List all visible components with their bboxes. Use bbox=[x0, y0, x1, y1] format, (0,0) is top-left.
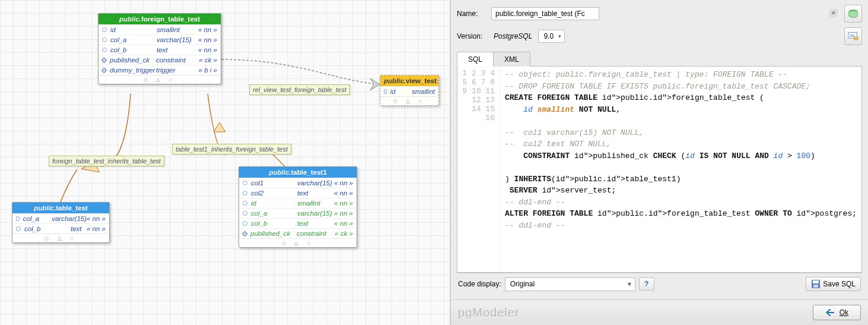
column-row[interactable]: col_avarchar(15)« nn » bbox=[98, 34, 221, 45]
tab-sql[interactable]: SQL bbox=[457, 52, 494, 67]
column-row[interactable]: col_btext« nn » bbox=[239, 218, 357, 228]
column-row[interactable]: published_ckconstraint« ck » bbox=[239, 228, 357, 238]
engine-name: PostgreSQL bbox=[491, 32, 538, 40]
table-view_test[interactable]: public.view_testidsmallint◇ △ ○ bbox=[380, 75, 439, 106]
column-bullet-icon bbox=[16, 216, 20, 221]
column-bullet-icon bbox=[102, 37, 107, 42]
column-row[interactable]: col1varchar(15)« nn » bbox=[239, 178, 357, 188]
sql-preview-icon-button[interactable]: SQL bbox=[844, 27, 862, 45]
column-bullet-icon bbox=[102, 27, 107, 32]
svg-rect-8 bbox=[813, 280, 819, 283]
relationship-label[interactable]: foreign_table_test_inherits_table_test bbox=[49, 156, 164, 166]
relationship-label[interactable]: table_test1_inherits_foreign_table_test bbox=[172, 144, 291, 154]
column-row[interactable]: idsmallint« nn » bbox=[239, 198, 357, 208]
name-input[interactable] bbox=[491, 7, 599, 20]
column-bullet-icon bbox=[16, 226, 21, 231]
column-bullet-icon bbox=[242, 231, 248, 236]
table-footer-icons: ◇ △ ○ bbox=[380, 96, 438, 105]
column-row[interactable]: dummy_triggertrigger« b i » bbox=[98, 65, 221, 75]
column-row[interactable]: idsmallint« nn » bbox=[98, 24, 221, 34]
column-bullet-icon bbox=[243, 221, 247, 226]
help-button[interactable]: ? bbox=[639, 277, 654, 291]
relationship-label[interactable]: rel_view_test_foreign_table_test bbox=[249, 84, 350, 95]
table-footer-icons: ◇ △ ○ bbox=[98, 75, 221, 84]
column-bullet-icon bbox=[101, 57, 107, 63]
column-row[interactable]: col_avarchar(15)« nn » bbox=[239, 208, 357, 218]
table-footer-icons: ◇ △ ○ bbox=[239, 238, 357, 247]
version-dropdown[interactable]: 9.0 bbox=[538, 30, 565, 43]
svg-text:SQL: SQL bbox=[850, 34, 856, 37]
column-bullet-icon bbox=[243, 191, 247, 195]
column-bullet-icon bbox=[243, 181, 247, 185]
column-bullet-icon bbox=[243, 201, 247, 206]
code-viewer[interactable]: 1 2 3 4 5 6 7 8 9 10 11 12 13 14 15 16 -… bbox=[457, 67, 862, 273]
diagram-canvas[interactable]: public.foreign_table_testidsmallint« nn … bbox=[0, 0, 450, 325]
table-header[interactable]: public.view_test bbox=[380, 75, 438, 86]
footer-bar: pgModeler Ok bbox=[451, 299, 868, 325]
object-icon-button[interactable] bbox=[844, 5, 862, 23]
svg-point-6 bbox=[854, 37, 859, 40]
table-header[interactable]: public.table_test bbox=[12, 203, 109, 213]
brand-logo: pgModeler bbox=[458, 306, 520, 320]
save-sql-button[interactable]: Save SQL bbox=[806, 277, 861, 291]
svg-marker-0 bbox=[370, 78, 380, 90]
table-header[interactable]: public.table_test1 bbox=[239, 167, 357, 178]
table-table_test[interactable]: public.table_testcol_avarchar(15)« nn »c… bbox=[12, 202, 110, 243]
table-table_test1[interactable]: public.table_test1col1varchar(15)« nn »c… bbox=[239, 166, 357, 248]
column-row[interactable]: col_btext« nn » bbox=[12, 223, 109, 234]
column-row[interactable]: idsmallint bbox=[380, 86, 438, 96]
code-display-dropdown[interactable]: Original bbox=[505, 277, 635, 291]
column-bullet-icon bbox=[101, 67, 107, 73]
code-display-label: Code display: bbox=[458, 280, 501, 288]
table-footer-icons: ◇ △ ○ bbox=[12, 234, 109, 242]
column-row[interactable]: col_avarchar(15)« nn » bbox=[12, 213, 109, 223]
name-label: Name: bbox=[457, 10, 491, 18]
column-row[interactable]: col_btext« nn » bbox=[98, 45, 221, 55]
tab-xml[interactable]: XML bbox=[493, 52, 530, 67]
column-row[interactable]: published_ckconstraint« ck » bbox=[98, 55, 221, 65]
table-foreign_table_test[interactable]: public.foreign_table_testidsmallint« nn … bbox=[98, 13, 221, 84]
svg-marker-1 bbox=[214, 122, 225, 132]
column-bullet-icon bbox=[243, 211, 247, 216]
svg-rect-9 bbox=[813, 285, 818, 288]
table-header[interactable]: public.foreign_table_test bbox=[98, 14, 221, 24]
ok-button[interactable]: Ok bbox=[813, 305, 861, 320]
clear-icon[interactable]: ✕ bbox=[829, 9, 838, 17]
column-bullet-icon bbox=[102, 48, 107, 52]
column-bullet-icon bbox=[384, 89, 387, 94]
column-row[interactable]: col2text« nn » bbox=[239, 188, 357, 198]
source-panel: Name: ✕ Version: PostgreSQL 9.0 SQL SQL … bbox=[450, 0, 868, 325]
version-label: Version: bbox=[457, 32, 491, 40]
code-tabs: SQL XML bbox=[457, 51, 862, 67]
